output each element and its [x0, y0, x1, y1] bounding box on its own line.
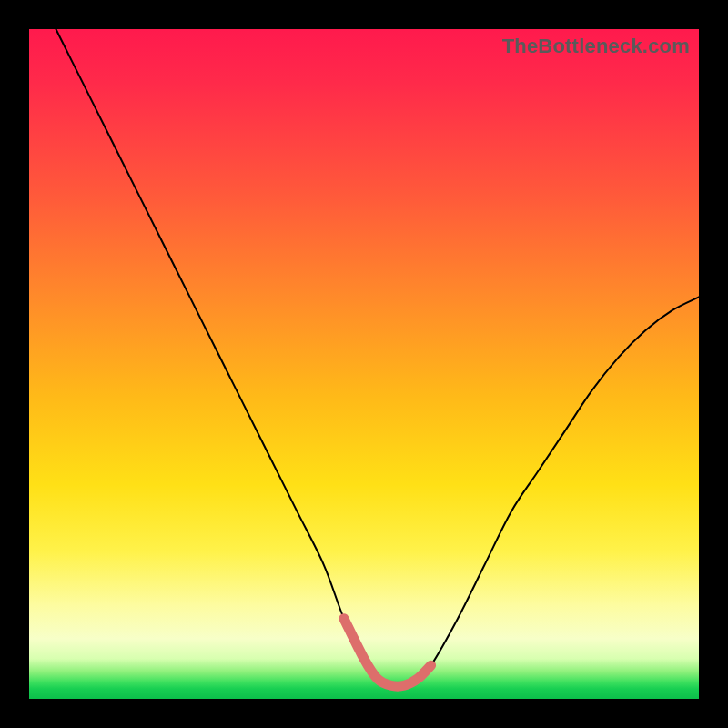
chart-plot-area: TheBottleneck.com [29, 29, 699, 699]
optimal-zone-marker [344, 619, 431, 687]
chart-overlay-svg [29, 29, 699, 699]
chart-frame: TheBottleneck.com [0, 0, 728, 728]
bottleneck-curve [56, 29, 699, 686]
